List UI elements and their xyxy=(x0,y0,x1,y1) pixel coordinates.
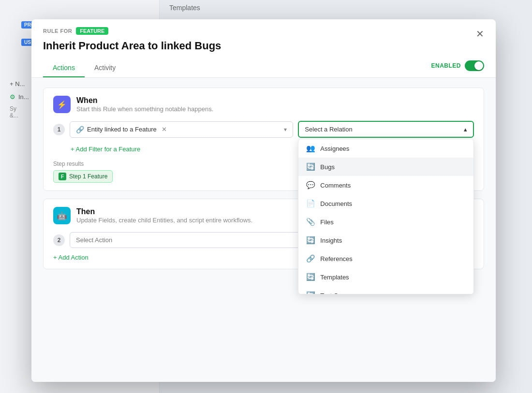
dropdown-item-test-cases[interactable]: 🔄 Test Cases xyxy=(298,286,473,294)
then-icon: 🤖 xyxy=(53,207,71,224)
when-title-block: When Start this Rule when something nota… xyxy=(76,96,213,113)
dropdown-item-documents[interactable]: 📄 Documents xyxy=(298,194,473,213)
sidebar-sub: Sy&... xyxy=(5,103,34,121)
documents-icon: 📄 xyxy=(306,199,315,208)
add-action-button[interactable]: + Add Action xyxy=(53,248,89,261)
files-icon: 📎 xyxy=(306,218,315,226)
then-subtitle: Update Fields, create child Entities, an… xyxy=(76,217,252,224)
insights-label: Insights xyxy=(320,237,342,244)
relation-select[interactable]: Select a Relation ▴ xyxy=(298,121,474,138)
bugs-icon: 🔄 xyxy=(306,162,315,171)
when-subtitle: Start this Rule when something notable h… xyxy=(76,105,213,113)
add-filter-button[interactable]: + Add Filter for a Feature xyxy=(71,144,140,155)
modal-body: ⚡ When Start this Rule when something no… xyxy=(31,78,496,382)
when-title: When xyxy=(76,96,213,105)
dropdown-item-insights[interactable]: 🔄 Insights xyxy=(298,231,473,249)
test-cases-icon: 🔄 xyxy=(306,291,315,294)
toggle-knob xyxy=(474,61,483,70)
test-cases-label: Test Cases xyxy=(320,292,351,294)
tab-actions[interactable]: Actions xyxy=(43,59,85,77)
relation-dropdown: 👥 Assignees 🔄 Bugs 💬 Commen xyxy=(298,139,474,294)
close-button[interactable]: ✕ xyxy=(474,27,486,41)
templates-label: Templates xyxy=(320,274,349,281)
trigger-clear-button[interactable]: ✕ xyxy=(162,126,167,133)
dropdown-item-references[interactable]: 🔗 References xyxy=(298,249,473,268)
trigger-select-inner: 🔗 Entity linked to a Feature ✕ xyxy=(76,126,167,133)
step-1-number: 1 xyxy=(53,124,65,135)
when-header: ⚡ When Start this Rule when something no… xyxy=(53,96,474,113)
references-label: References xyxy=(320,255,352,262)
step-result-badge: F Step 1 Feature xyxy=(53,170,113,183)
trigger-chevron-icon: ▾ xyxy=(284,126,287,133)
relation-dropdown-wrapper: Select a Relation ▴ 👥 Assignees xyxy=(298,121,474,138)
dropdown-item-bugs[interactable]: 🔄 Bugs xyxy=(298,158,473,176)
rule-for-label: RULE FOR xyxy=(43,28,72,34)
when-icon: ⚡ xyxy=(53,96,71,113)
toggle-switch[interactable] xyxy=(465,60,484,71)
assignees-label: Assignees xyxy=(320,145,349,152)
relation-chevron-icon: ▴ xyxy=(464,126,467,133)
insights-icon: 🔄 xyxy=(306,236,315,245)
dropdown-item-comments[interactable]: 💬 Comments xyxy=(298,176,473,194)
sidebar-content: + N... ⚙ In... Sy&... xyxy=(5,77,34,121)
sidebar-item-in: ⚙ In... xyxy=(5,90,34,103)
feature-badge: FEATURE xyxy=(76,27,108,35)
step-1-row: 1 🔗 Entity linked to a Feature ✕ ▾ Selec… xyxy=(53,121,474,138)
documents-label: Documents xyxy=(320,200,352,207)
trigger-value: Entity linked to a Feature xyxy=(87,126,157,133)
link-icon: 🔗 xyxy=(76,126,84,133)
step-2-number: 2 xyxy=(53,234,65,246)
comments-icon: 💬 xyxy=(306,181,315,189)
tab-activity[interactable]: Activity xyxy=(85,59,125,77)
assignees-icon: 👥 xyxy=(306,144,315,153)
modal: RULE FOR FEATURE ✕ Inherit Product Area … xyxy=(31,19,496,382)
step-result-text: Step 1 Feature xyxy=(69,173,107,180)
modal-tabs: Actions Activity ENABLED xyxy=(43,59,484,77)
then-title-block: Then Update Fields, create child Entitie… xyxy=(76,207,252,224)
modal-title: Inherit Product Area to linked Bugs xyxy=(43,40,484,52)
modal-header: RULE FOR FEATURE ✕ Inherit Product Area … xyxy=(31,19,496,78)
then-title: Then xyxy=(76,207,252,216)
relation-placeholder: Select a Relation xyxy=(305,126,352,133)
references-icon: 🔗 xyxy=(306,254,315,263)
f-badge: F xyxy=(59,173,66,180)
when-section: ⚡ When Start this Rule when something no… xyxy=(43,87,484,191)
rule-for-line: RULE FOR FEATURE xyxy=(43,27,484,35)
templates-icon: 🔄 xyxy=(306,273,315,281)
comments-label: Comments xyxy=(320,182,351,189)
dropdown-item-assignees[interactable]: 👥 Assignees xyxy=(298,139,473,158)
dropdown-item-templates[interactable]: 🔄 Templates xyxy=(298,268,473,286)
sidebar-item: + N... xyxy=(5,77,34,90)
enabled-toggle: ENABLED xyxy=(431,60,484,76)
enabled-label: ENABLED xyxy=(431,62,461,69)
dropdown-item-files[interactable]: 📎 Files xyxy=(298,213,473,231)
trigger-select[interactable]: 🔗 Entity linked to a Feature ✕ ▾ xyxy=(70,121,293,138)
templates-text: Templates xyxy=(160,0,532,15)
dropdown-scroll: 👥 Assignees 🔄 Bugs 💬 Commen xyxy=(298,139,473,294)
files-label: Files xyxy=(320,218,333,226)
bugs-label: Bugs xyxy=(320,163,335,171)
